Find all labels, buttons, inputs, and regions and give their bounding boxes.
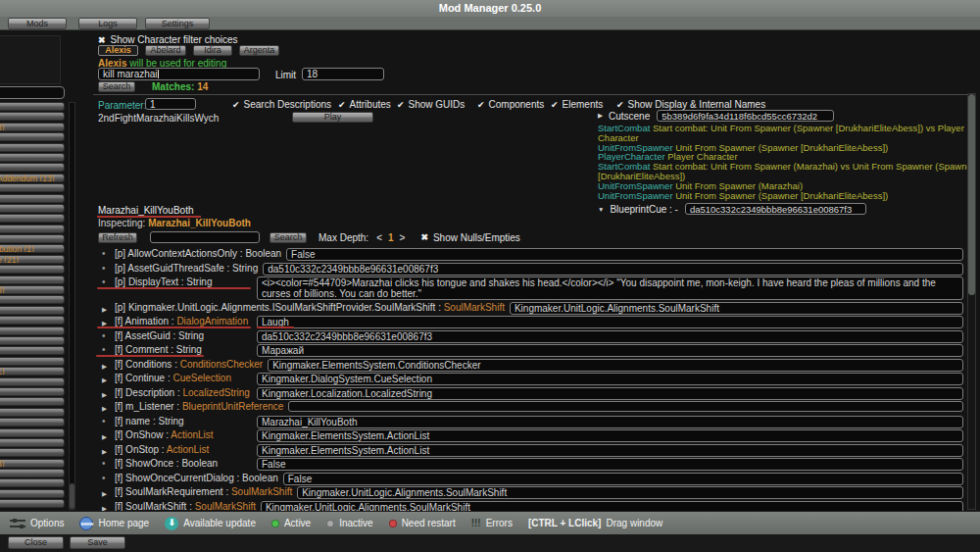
expand-arrow-icon[interactable]: ▶ xyxy=(102,429,115,442)
sidebar-item[interactable] xyxy=(0,478,65,487)
property-value-input[interactable]: <i><color=#544709>Marazhai clicks his to… xyxy=(257,276,963,300)
toolbar-checkbox-show-guids[interactable]: ✔Show GUIDs xyxy=(397,99,465,110)
tab-logs[interactable]: Logs xyxy=(78,18,137,29)
sidebar-item[interactable] xyxy=(0,438,65,447)
expand-arrow-icon[interactable]: ▶ xyxy=(102,486,115,499)
sidebar-item[interactable] xyxy=(0,387,65,396)
sidebar-item[interactable] xyxy=(0,153,65,162)
expand-arrow-icon[interactable]: ▶ xyxy=(598,112,603,120)
sidebar-item[interactable]: e (21) xyxy=(0,255,65,264)
property-value-input[interactable]: False xyxy=(283,473,963,485)
expand-arrow-icon[interactable]: ▶ xyxy=(102,359,115,372)
play-button[interactable]: Play xyxy=(292,112,373,123)
sidebar-item[interactable] xyxy=(0,265,65,274)
parameter-input[interactable]: 1 xyxy=(145,98,196,110)
inspector-search-button[interactable]: Search xyxy=(270,232,307,243)
options-button[interactable]: Options xyxy=(10,518,64,529)
sidebar-item[interactable] xyxy=(0,194,65,203)
expand-arrow-icon[interactable]: ▶ xyxy=(102,373,115,385)
expand-arrow-icon[interactable]: ▶ xyxy=(102,387,115,400)
sidebar-item[interactable] xyxy=(0,346,65,355)
toolbar-checkbox-components[interactable]: ✔Components xyxy=(477,99,544,110)
property-value-input[interactable]: False xyxy=(257,458,963,471)
expand-arrow-icon[interactable]: ▶ xyxy=(102,401,115,414)
sidebar-item[interactable] xyxy=(0,183,65,192)
toolbar-checkbox-search-descriptions[interactable]: ✔Search Descriptions xyxy=(232,99,331,110)
sidebar-item[interactable] xyxy=(0,276,65,284)
sidebar-item[interactable] xyxy=(0,295,65,304)
character-button-idira[interactable]: Idira xyxy=(193,45,232,56)
main-scrollbar[interactable] xyxy=(967,93,976,510)
toolbar-checkbox-attributes[interactable]: ✔Attributes xyxy=(338,99,391,110)
sidebar-item[interactable]: 1) xyxy=(0,367,65,376)
sidebar-scroll-thumb[interactable] xyxy=(70,483,74,509)
main-scroll-thumb[interactable] xyxy=(968,94,975,295)
blueprint-cue-guid[interactable]: da510c332c2349bbb8e96631e00867f3 xyxy=(685,203,866,215)
property-value-input[interactable]: Marazhai_KillYouBoth xyxy=(257,416,963,428)
property-value-input[interactable]: Kingmaker.ElementsSystem.ConditionsCheck… xyxy=(268,359,963,372)
property-value-input[interactable]: Kingmaker.Localization.LocalizedString xyxy=(257,387,963,400)
sidebar-item[interactable] xyxy=(0,326,65,335)
refresh-button[interactable]: Refresh xyxy=(98,232,137,243)
expand-arrow-icon[interactable]: ▶ xyxy=(102,302,115,315)
sidebar-item[interactable] xyxy=(0,132,65,141)
sidebar-item[interactable]: ibution (1) xyxy=(0,244,65,253)
sidebar-item[interactable] xyxy=(0,489,65,498)
expand-arrow-icon[interactable]: ▶ xyxy=(102,444,115,457)
character-button-abelard[interactable]: Abelard xyxy=(145,45,186,56)
max-depth-next-button[interactable]: > xyxy=(400,232,406,243)
toolbar-checkbox-show-display-internal-names[interactable]: ✔Show Display & Internal Names xyxy=(616,99,765,110)
character-button-alexis[interactable]: Alexis xyxy=(98,45,138,56)
property-value-input[interactable]: Kingmaker.ElementsSystem.ActionList xyxy=(257,444,963,457)
search-query-input[interactable]: kill marazhai xyxy=(98,68,260,80)
sidebar-item[interactable] xyxy=(0,214,65,223)
sidebar-item[interactable] xyxy=(0,428,65,437)
home-page-link[interactable]: www Home page xyxy=(79,517,149,530)
tab-mods[interactable]: Mods xyxy=(8,18,67,29)
sidebar-item[interactable] xyxy=(0,357,65,366)
sidebar-item[interactable] xyxy=(0,336,65,345)
sidebar-item[interactable] xyxy=(0,234,65,243)
inspector-search-input[interactable] xyxy=(150,231,260,243)
property-value-input[interactable]: da510c332c2349bbb8e96631e00867f3 xyxy=(257,330,963,343)
sidebar-item[interactable] xyxy=(0,102,65,111)
property-value-input[interactable]: False xyxy=(286,248,963,261)
sidebar-item[interactable]: 3) xyxy=(0,459,65,468)
property-value-input[interactable]: Kingmaker.DialogSystem.CueSelection xyxy=(257,373,963,385)
checkbox-x-icon[interactable]: ✖ xyxy=(420,232,428,242)
property-value-input[interactable]: Kingmaker.UnitLogic.Alignments.SoulMarkS… xyxy=(510,302,963,315)
sidebar-item[interactable] xyxy=(0,163,65,172)
sidebar-item[interactable] xyxy=(0,204,65,213)
sidebar-item[interactable] xyxy=(0,316,65,325)
sidebar-item[interactable]: 3) xyxy=(0,123,65,131)
sidebar-search-input[interactable] xyxy=(0,86,65,99)
limit-input[interactable]: 18 xyxy=(302,68,384,80)
sidebar-item[interactable] xyxy=(0,448,65,457)
tab-settings[interactable]: Settings xyxy=(145,18,210,29)
sidebar-item[interactable] xyxy=(0,469,65,477)
property-value-input[interactable]: Маражай xyxy=(257,344,963,357)
sidebar-item[interactable] xyxy=(0,225,65,233)
max-depth-prev-button[interactable]: < xyxy=(376,232,382,243)
property-value-input[interactable] xyxy=(288,401,963,412)
sidebar-item[interactable]: 8) xyxy=(0,285,65,294)
sidebar-item[interactable] xyxy=(0,418,65,427)
sidebar-item[interactable] xyxy=(0,499,65,508)
property-value-input[interactable]: Kingmaker.UnitLogic.Alignments.SoulMarkS… xyxy=(297,486,963,499)
collapse-arrow-icon[interactable]: ▼ xyxy=(598,206,604,213)
sidebar-scrollbar[interactable] xyxy=(69,102,75,510)
sidebar-item[interactable] xyxy=(0,143,65,152)
save-button[interactable]: Save xyxy=(70,536,125,549)
show-character-filter-checkbox[interactable]: ✖Show Character filter choices xyxy=(98,34,238,45)
toolbar-checkbox-elements[interactable]: ✔Elements xyxy=(551,99,603,110)
property-value-input[interactable]: Laugh xyxy=(257,316,963,328)
sidebar-item[interactable] xyxy=(0,306,65,315)
property-value-input[interactable]: da510c332c2349bbb8e96631e00867f3 xyxy=(263,263,963,276)
cutscene-guid[interactable]: 5b389d6f9fa34d118f6bcd55cc6732d2 xyxy=(657,110,834,122)
sidebar-item[interactable]: Addendum (13) xyxy=(0,174,65,182)
sidebar-item[interactable] xyxy=(0,397,65,406)
sidebar-item[interactable] xyxy=(0,408,65,417)
close-button[interactable]: Close xyxy=(8,536,64,549)
character-button-argenta[interactable]: Argenta xyxy=(239,45,279,56)
property-value-input[interactable]: Kingmaker.ElementsSystem.ActionList xyxy=(257,429,963,442)
